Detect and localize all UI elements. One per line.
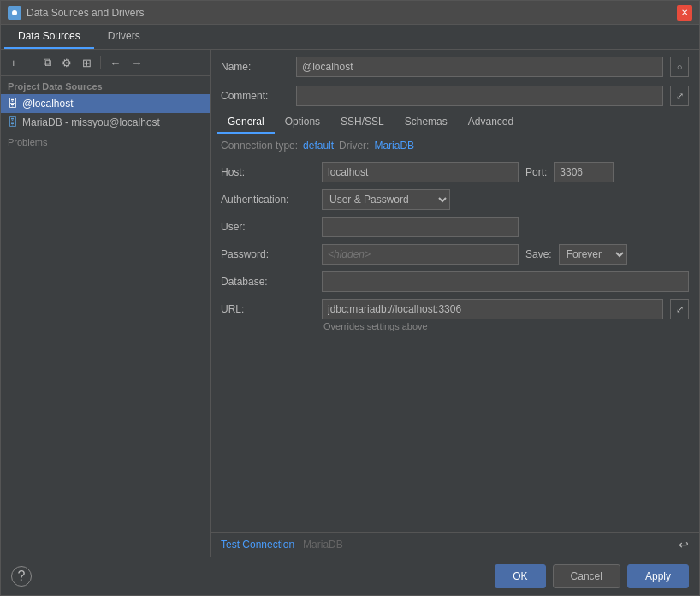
user-row: User:: [221, 217, 689, 237]
help-button[interactable]: ?: [11, 566, 32, 587]
settings-button[interactable]: ⚙: [57, 54, 76, 72]
overrides-text: Overrides settings above: [323, 321, 689, 331]
password-label: Password:: [221, 248, 315, 260]
test-connection-button[interactable]: Test Connection: [221, 539, 294, 551]
close-button[interactable]: ✕: [677, 5, 692, 21]
forward-button[interactable]: →: [127, 54, 146, 72]
ok-button[interactable]: OK: [495, 564, 545, 588]
main-content: + − ⧉ ⚙ ⊞ ← → Project Data Sources 🗄 @lo…: [1, 50, 699, 557]
right-panel: Name: ○ Comment: ⤢ General Options SSH/S…: [211, 50, 699, 557]
driver-label: MariaDB: [303, 539, 343, 551]
database-input[interactable]: [322, 271, 689, 292]
toolbar-separator: [100, 56, 101, 69]
name-refresh-button[interactable]: ○: [670, 57, 689, 77]
undo-button[interactable]: ↩: [679, 538, 689, 551]
user-input[interactable]: [322, 217, 519, 237]
conn-type-value[interactable]: default: [303, 140, 334, 152]
form-area: Host: Port: Authentication: User & Passw…: [211, 157, 699, 532]
tab-schemas[interactable]: Schemas: [394, 111, 458, 134]
inner-tabs: General Options SSH/SSL Schemas Advanced: [211, 111, 699, 134]
db-icon-mariadb: 🗄: [8, 116, 18, 128]
apply-button[interactable]: Apply: [627, 564, 689, 588]
dialog-footer: ? OK Cancel Apply: [1, 557, 699, 595]
tab-options[interactable]: Options: [275, 111, 330, 134]
user-label: User:: [221, 221, 315, 233]
add-button[interactable]: +: [6, 54, 21, 72]
conn-type-label: Connection type:: [221, 140, 298, 152]
sidebar-item-localhost[interactable]: 🗄 @localhost: [1, 94, 210, 113]
copy-button[interactable]: ⧉: [39, 53, 56, 72]
window-icon: [8, 6, 21, 20]
password-input[interactable]: [322, 244, 519, 265]
connection-info-row: Connection type: default Driver: MariaDB: [211, 134, 699, 157]
svg-point-1: [12, 10, 17, 15]
url-expand-button[interactable]: ⤢: [670, 299, 689, 319]
tab-drivers[interactable]: Drivers: [94, 25, 154, 49]
conn-driver-value[interactable]: MariaDB: [374, 140, 414, 152]
comment-input[interactable]: [296, 86, 663, 106]
database-label: Database:: [221, 276, 315, 288]
name-input[interactable]: [296, 57, 663, 77]
main-window: Data Sources and Drivers ✕ Data Sources …: [0, 0, 700, 596]
database-row: Database:: [221, 271, 689, 292]
cancel-button[interactable]: Cancel: [553, 564, 620, 588]
host-input[interactable]: [322, 162, 519, 182]
url-row: URL: ⤢: [221, 299, 689, 319]
comment-label: Comment:: [221, 90, 289, 102]
url-input[interactable]: [322, 299, 663, 319]
dialog-buttons: OK Cancel Apply: [495, 564, 689, 588]
bottom-bar: Test Connection MariaDB ↩: [211, 532, 699, 557]
tab-ssh-ssl[interactable]: SSH/SSL: [330, 111, 394, 134]
back-button[interactable]: ←: [105, 54, 125, 72]
sidebar-item-mariadb-label: MariaDB - missyou@localhost: [22, 116, 160, 128]
title-bar: Data Sources and Drivers ✕: [1, 1, 699, 25]
host-row: Host: Port:: [221, 162, 689, 182]
title-bar-left: Data Sources and Drivers: [8, 6, 144, 20]
host-label: Host:: [221, 166, 315, 178]
remove-button[interactable]: −: [23, 54, 39, 72]
save-select[interactable]: Forever: [559, 244, 627, 265]
auth-select[interactable]: User & Password: [322, 189, 450, 210]
tab-data-sources[interactable]: Data Sources: [4, 25, 94, 49]
auth-row: Authentication: User & Password: [221, 189, 689, 210]
port-input[interactable]: [554, 162, 614, 182]
project-data-sources-label: Project Data Sources: [1, 76, 210, 94]
password-row: Password: Save: Forever: [221, 244, 689, 265]
save-label: Save:: [525, 248, 552, 260]
problems-label: Problems: [1, 132, 210, 152]
window-title: Data Sources and Drivers: [27, 7, 144, 19]
tab-general[interactable]: General: [217, 111, 275, 134]
tab-advanced[interactable]: Advanced: [458, 111, 524, 134]
name-label: Name:: [221, 61, 289, 73]
sidebar-item-localhost-label: @localhost: [22, 98, 74, 110]
db-icon-localhost: 🗄: [8, 98, 18, 110]
sidebar-item-mariadb[interactable]: 🗄 MariaDB - missyou@localhost: [1, 113, 210, 132]
comment-row: Comment: ⤢: [211, 84, 699, 111]
auth-label: Authentication:: [221, 194, 315, 206]
url-label: URL:: [221, 303, 315, 315]
port-label: Port:: [525, 166, 547, 178]
bottom-bar-left: Test Connection MariaDB: [221, 539, 343, 551]
sidebar: + − ⧉ ⚙ ⊞ ← → Project Data Sources 🗄 @lo…: [1, 50, 211, 557]
tree-button[interactable]: ⊞: [78, 54, 96, 72]
comment-expand-button[interactable]: ⤢: [670, 86, 689, 106]
name-row: Name: ○: [211, 50, 699, 84]
sidebar-toolbar: + − ⧉ ⚙ ⊞ ← →: [1, 50, 210, 76]
top-tab-bar: Data Sources Drivers: [1, 25, 699, 50]
conn-driver-label: Driver:: [339, 140, 369, 152]
